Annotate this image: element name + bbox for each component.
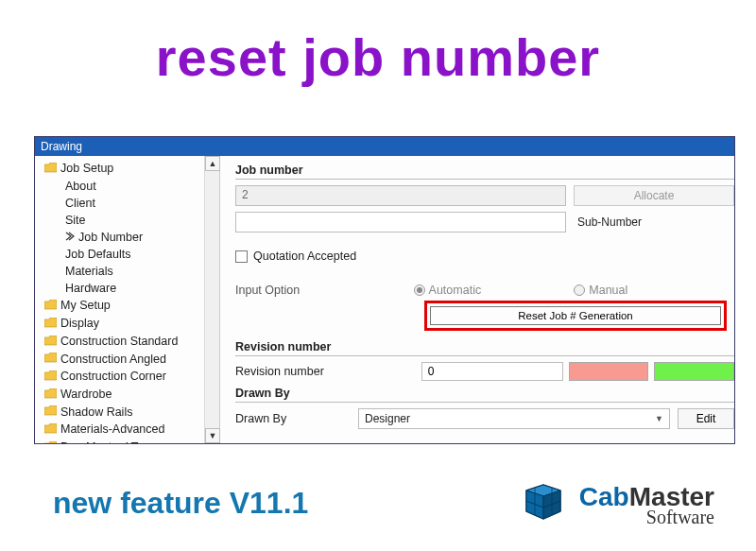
window-titlebar: Drawing [35, 137, 734, 156]
tree-item-shadow-rails[interactable]: Shadow Rails [39, 404, 219, 422]
folder-icon [44, 299, 57, 314]
edit-button[interactable]: Edit [678, 408, 734, 429]
tree-item-construction-angled[interactable]: Construction Angled [39, 351, 219, 369]
sidebar-scrollbar[interactable]: ▲ ▼ [204, 156, 219, 443]
revision-number-input[interactable] [421, 362, 563, 381]
quotation-accepted-label: Quotation Accepted [253, 250, 356, 263]
tree-item-doormaster-lt[interactable]: DoorMaster LT [39, 439, 219, 444]
sub-number-field[interactable] [235, 212, 566, 232]
tree-item-display[interactable]: Display [39, 315, 219, 333]
folder-icon [44, 405, 57, 420]
allocate-button[interactable]: Allocate [574, 185, 734, 206]
folder-icon [44, 335, 57, 350]
folder-icon [44, 387, 57, 403]
radio-manual[interactable] [574, 284, 585, 296]
brand-logo: CabMaster Software [515, 481, 714, 528]
chevron-down-icon: ▼ [655, 414, 663, 423]
tree-item-hardware[interactable]: Hardware [39, 280, 219, 297]
tree-item-job-number[interactable]: Job Number [39, 229, 219, 247]
tree-item-client[interactable]: Client [39, 195, 219, 212]
tree-item-job-setup[interactable]: Job Setup [39, 160, 219, 178]
folder-icon [44, 422, 57, 438]
tree-item-materials-advanced[interactable]: Materials-Advanced [39, 421, 219, 439]
folder-icon [44, 370, 57, 385]
sidebar-tree[interactable]: Job SetupAboutClientSiteJob NumberJob De… [35, 156, 220, 443]
section-job-number: Job number [235, 164, 734, 180]
tree-item-my-setup[interactable]: My Setup [39, 297, 219, 315]
section-drawn-by: Drawn By [235, 387, 734, 403]
cube-icon [515, 481, 570, 528]
drawn-by-select[interactable]: Designer ▼ [358, 408, 670, 429]
tree-item-job-defaults[interactable]: Job Defaults [39, 246, 219, 263]
radio-automatic[interactable] [414, 284, 425, 296]
scroll-down-icon[interactable]: ▼ [205, 428, 220, 443]
app-window: Drawing Job SetupAboutClientSiteJob Numb… [34, 136, 735, 444]
input-option-label: Input Option [235, 284, 414, 297]
revision-number-label: Revision number [235, 365, 421, 378]
logo-subtext: Software [579, 507, 714, 528]
revision-decrement-button[interactable] [569, 362, 649, 381]
folder-icon [44, 352, 57, 367]
footer-feature-text: new feature V11.1 [53, 486, 308, 521]
job-number-field: 2 [235, 185, 566, 206]
revision-increment-button[interactable] [654, 362, 734, 381]
reset-job-generation-button[interactable]: Reset Job # Generation [430, 306, 721, 325]
scroll-up-icon[interactable]: ▲ [205, 156, 220, 171]
folder-icon [44, 317, 57, 332]
section-revision-number: Revision number [235, 340, 734, 356]
folder-icon [44, 162, 57, 177]
tree-item-site[interactable]: Site [39, 212, 219, 229]
hero-title: reset job number [0, 26, 756, 88]
tree-item-about[interactable]: About [39, 178, 219, 195]
radio-manual-label: Manual [589, 284, 627, 297]
radio-automatic-label: Automatic [429, 284, 482, 297]
drawn-by-value: Designer [365, 412, 410, 425]
properties-panel: Job number 2 Allocate Sub-Number Quotati… [220, 156, 734, 443]
sub-number-label: Sub-Number [574, 215, 734, 229]
tree-item-wardrobe[interactable]: Wardrobe [39, 386, 219, 404]
tree-item-materials[interactable]: Materials [39, 263, 219, 280]
arrow-right-icon [65, 230, 75, 245]
quotation-accepted-checkbox[interactable] [235, 250, 248, 263]
folder-icon [44, 440, 57, 444]
tree-item-construction-standard[interactable]: Construction Standard [39, 333, 219, 351]
highlight-frame: Reset Job # Generation [424, 301, 727, 331]
tree-item-construction-corner[interactable]: Construction Corner [39, 368, 219, 386]
drawn-by-label: Drawn By [235, 412, 358, 425]
